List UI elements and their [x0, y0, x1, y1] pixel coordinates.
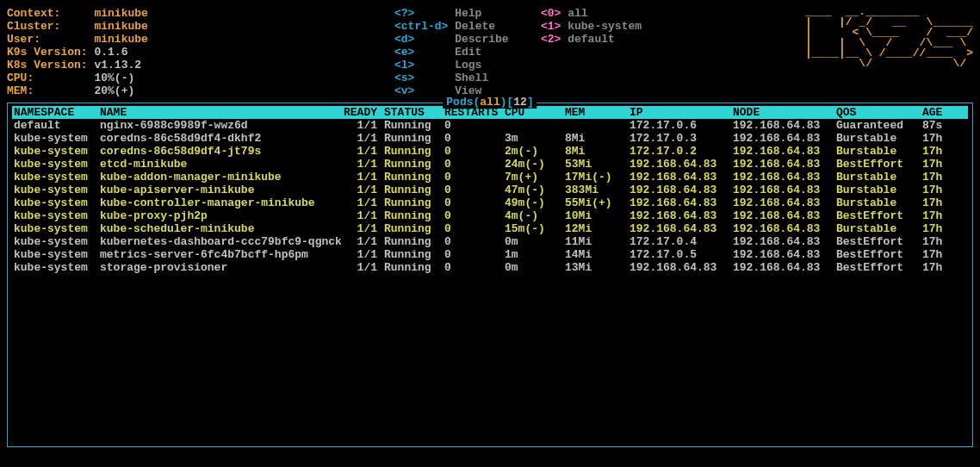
- cell-namespace: kube-system: [14, 235, 100, 248]
- cell-age: 17h: [922, 222, 965, 235]
- cell-node: 192.168.64.83: [733, 119, 836, 132]
- cell-ip: 192.168.64.83: [630, 196, 733, 209]
- cell-namespace: kube-system: [14, 222, 100, 235]
- table-row[interactable]: kube-systemkube-proxy-pjh2p1/1Running04m…: [12, 209, 968, 222]
- cell-qos: Burstable: [836, 171, 922, 184]
- cell-name: metrics-server-6fc4b7bcff-hp6pm: [100, 248, 341, 261]
- pods-table[interactable]: NAMESPACE NAME READY STATUS RESTARTS CPU…: [8, 103, 972, 277]
- cell-status: Running: [384, 261, 444, 274]
- cell-mem: 8Mi: [565, 132, 630, 145]
- hotkeys-general: <?> Help <ctrl-d> Delete <d> Describe <e…: [394, 7, 541, 97]
- cell-cpu: 15m(-): [505, 222, 565, 235]
- table-row[interactable]: kube-systemstorage-provisioner1/1Running…: [12, 261, 968, 274]
- cell-mem: 13Mi: [565, 261, 630, 274]
- table-row[interactable]: kube-systemmetrics-server-6fc4b7bcff-hp6…: [12, 248, 968, 261]
- k9s-logo: ____ __.________ | |/ _/ __ \______ | < …: [805, 7, 973, 97]
- cpu-value: 10%(-): [94, 72, 134, 84]
- cell-cpu: 49m(-): [505, 196, 565, 209]
- th-status: STATUS: [384, 106, 444, 119]
- table-body: defaultnginx-6988c9989f-wwz6d1/1Running0…: [12, 119, 968, 274]
- cpu-label: CPU:: [7, 72, 34, 84]
- table-row[interactable]: kube-systemkube-apiserver-minikube1/1Run…: [12, 184, 968, 196]
- cell-restarts: 0: [444, 196, 505, 209]
- cell-ready: 1/1: [341, 235, 384, 248]
- cell-age: 17h: [922, 184, 965, 196]
- cell-node: 192.168.64.83: [733, 222, 836, 235]
- hotkey-ns-default: <2>: [541, 33, 561, 46]
- table-row[interactable]: kube-systemkubernetes-dashboard-ccc79bfc…: [12, 235, 968, 248]
- table-row[interactable]: defaultnginx-6988c9989f-wwz6d1/1Running0…: [12, 119, 968, 132]
- cell-age: 17h: [922, 196, 965, 209]
- table-row[interactable]: kube-systemkube-addon-manager-minikube1/…: [12, 171, 968, 184]
- hotkey-ns-all: <0>: [541, 7, 561, 20]
- cell-age: 17h: [922, 261, 965, 274]
- cell-ready: 1/1: [341, 222, 384, 235]
- cell-qos: Burstable: [836, 184, 922, 196]
- mem-label: MEM:: [7, 84, 34, 97]
- cell-node: 192.168.64.83: [733, 171, 836, 184]
- table-row[interactable]: kube-systemcoredns-86c58d9df4-dkhf21/1Ru…: [12, 132, 968, 145]
- cell-cpu: [505, 119, 565, 132]
- table-row[interactable]: kube-systemetcd-minikube1/1Running024m(-…: [12, 158, 968, 171]
- cell-ip: 172.17.0.5: [630, 248, 733, 261]
- cell-restarts: 0: [444, 261, 505, 274]
- cell-namespace: kube-system: [14, 209, 100, 222]
- cell-ip: 172.17.0.2: [630, 145, 733, 158]
- table-row[interactable]: kube-systemkube-scheduler-minikube1/1Run…: [12, 222, 968, 235]
- k9s-label: K9s Version:: [7, 46, 88, 59]
- th-namespace: NAMESPACE: [14, 106, 100, 119]
- pods-title: Pods(all)[12]: [443, 96, 537, 109]
- cell-status: Running: [384, 235, 444, 248]
- cell-namespace: kube-system: [14, 184, 100, 196]
- cell-namespace: kube-system: [14, 158, 100, 171]
- cell-name: kube-apiserver-minikube: [100, 184, 341, 196]
- cell-node: 192.168.64.83: [733, 261, 836, 274]
- cell-status: Running: [384, 171, 444, 184]
- cell-status: Running: [384, 222, 444, 235]
- cell-name: kubernetes-dashboard-ccc79bfc9-qgnck: [100, 235, 341, 248]
- cell-restarts: 0: [444, 158, 505, 171]
- hotkey-help: <?>: [394, 7, 414, 20]
- cell-ip: 172.17.0.4: [630, 235, 733, 248]
- cell-age: 17h: [922, 171, 965, 184]
- cell-age: 17h: [922, 248, 965, 261]
- cell-node: 192.168.64.83: [733, 235, 836, 248]
- cell-restarts: 0: [444, 248, 505, 261]
- cell-name: nginx-6988c9989f-wwz6d: [100, 119, 341, 132]
- cell-cpu: 0m: [505, 261, 565, 274]
- th-node: NODE: [733, 106, 836, 119]
- th-qos: QOS: [836, 106, 922, 119]
- cell-mem: 12Mi: [565, 222, 630, 235]
- cell-restarts: 0: [444, 184, 505, 196]
- cell-mem: 10Mi: [565, 209, 630, 222]
- cell-mem: 53Mi: [565, 158, 630, 171]
- th-name: NAME: [100, 106, 341, 119]
- cell-restarts: 0: [444, 222, 505, 235]
- cell-name: coredns-86c58d9df4-dkhf2: [100, 132, 341, 145]
- cell-qos: BestEffort: [836, 261, 922, 274]
- cell-status: Running: [384, 184, 444, 196]
- cell-mem: 8Mi: [565, 145, 630, 158]
- cell-status: Running: [384, 132, 444, 145]
- cell-name: etcd-minikube: [100, 158, 341, 171]
- cell-cpu: 47m(-): [505, 184, 565, 196]
- cell-mem: 17Mi(-): [565, 171, 630, 184]
- table-row[interactable]: kube-systemcoredns-86c58d9df4-jt79s1/1Ru…: [12, 145, 968, 158]
- cell-age: 17h: [922, 158, 965, 171]
- th-ready: READY: [341, 106, 384, 119]
- cell-qos: Guaranteed: [836, 119, 922, 132]
- cell-cpu: 0m: [505, 235, 565, 248]
- cluster-label: Cluster:: [7, 20, 60, 33]
- table-row[interactable]: kube-systemkube-controller-manager-minik…: [12, 196, 968, 209]
- cell-status: Running: [384, 209, 444, 222]
- cell-qos: BestEffort: [836, 248, 922, 261]
- cell-node: 192.168.64.83: [733, 196, 836, 209]
- cell-namespace: kube-system: [14, 248, 100, 261]
- cell-name: kube-controller-manager-minikube: [100, 196, 341, 209]
- th-ip: IP: [630, 106, 733, 119]
- cell-node: 192.168.64.83: [733, 132, 836, 145]
- cell-namespace: default: [14, 119, 100, 132]
- cell-namespace: kube-system: [14, 261, 100, 274]
- cell-ready: 1/1: [341, 132, 384, 145]
- cell-cpu: 3m: [505, 132, 565, 145]
